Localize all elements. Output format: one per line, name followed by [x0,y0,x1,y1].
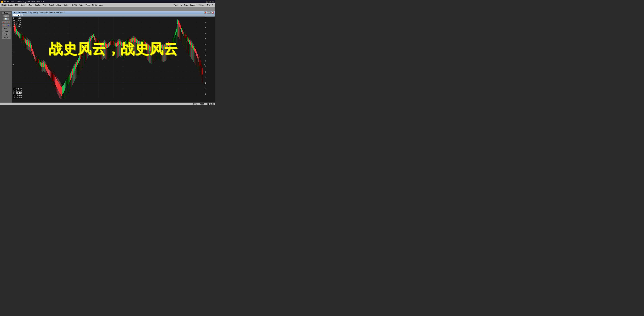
support-button[interactable]: Support [189,4,197,7]
toolbar-arrow-left[interactable]: ◄ [0,8,2,10]
menu-more[interactable]: More [98,4,104,7]
chart-min-button[interactable]: _ [206,12,209,14]
menu-quote[interactable]: Quote [7,4,14,7]
svg-rect-147 [80,54,81,59]
menu-news[interactable]: News [78,4,84,7]
arrow-up-icon[interactable]: ▲ [2,21,6,24]
scroll-up-icon[interactable]: ▲ [204,51,206,53]
svg-rect-170 [92,35,93,38]
window-button[interactable]: Window [198,4,206,7]
svg-text:94.000: 94.000 [205,71,206,73]
price-low: L= 92.110 [13,22,21,24]
menu-ordtkt[interactable]: OrdTkt [70,4,78,7]
chart-max-button[interactable]: □ [209,12,211,14]
svg-rect-322 [170,44,171,48]
page-nav-right[interactable]: ► [181,4,182,6]
svg-rect-312 [165,45,166,48]
svg-rect-145 [80,56,80,61]
menu-alert[interactable]: Alert [42,4,48,7]
svg-rect-189 [102,44,103,48]
svg-rect-218 [117,42,118,46]
chart-pin-icon[interactable]: 📌 [204,12,206,14]
plus-blue-icon[interactable]: ✚ [6,24,10,27]
svg-rect-308 [163,46,164,50]
svg-rect-195 [105,43,106,47]
svg-rect-203 [110,42,110,46]
svg-rect-362 [191,43,192,47]
selected-high: H= 93.115 [14,92,22,94]
svg-rect-39 [25,39,26,43]
svg-rect-47 [29,43,30,47]
status-time: 11:45:56 [207,103,214,105]
svg-rect-299 [159,43,160,47]
plus-red-icon[interactable]: ✚ [2,24,6,27]
svg-rect-143 [78,58,79,63]
close-button[interactable]: ✕ [212,1,214,3]
help-button[interactable]: ? [211,4,214,7]
svg-rect-327 [173,38,174,42]
maximize-button[interactable]: □ [209,1,211,3]
svg-rect-383 [202,68,202,74]
status-num: NUM [193,103,197,105]
menu-chart[interactable]: Chart [0,4,7,7]
list-button[interactable]: <list> [2,36,11,39]
svg-text:96.000: 96.000 [205,60,206,62]
menu-options[interactable]: Options [62,4,70,7]
chart-icon[interactable]: 📊 [3,18,9,21]
toolbar-arrow-right[interactable]: ► [2,8,4,10]
rescl-button[interactable]: ReScl [2,27,11,30]
studies-button[interactable]: Studies [2,30,11,33]
svg-text:92.000: 92.000 [205,82,206,84]
svg-rect-354 [187,37,188,41]
chart-tab-dxe-w[interactable]: DXE.W [13,14,20,16]
menu-allcon[interactable]: AllCon [55,4,62,7]
left-scroll-up-icon[interactable]: ▲ [12,51,14,53]
svg-rect-31 [20,34,21,39]
intd-button[interactable]: <IntD> [2,33,11,36]
svg-text:101.000: 101.000 [205,33,206,34]
svg-text:100.000: 100.000 [205,38,206,40]
svg-rect-329 [174,35,174,38]
menu-bar: Chart Quote T&S Status MScan SupSrv Aler… [0,3,215,7]
svg-rect-122 [68,77,68,84]
menu-status[interactable]: Status [20,4,26,7]
svg-rect-325 [172,42,172,46]
page-button[interactable]: Page [172,4,178,7]
svg-rect-228 [122,43,123,46]
svg-rect-339 [179,23,180,27]
svg-rect-49 [30,43,31,48]
scroll-down-icon[interactable]: ▼ [204,64,206,66]
title-left: ⚡ 11:45:55 P002 174856 - CQG Integrated … [1,1,44,3]
menu-ts[interactable]: T&S [14,4,19,7]
menu-supsrv[interactable]: SupSrv [34,4,42,7]
svg-rect-61 [36,58,37,62]
minimize-button[interactable]: _ [206,1,208,3]
page-nav-left[interactable]: ◄ [179,4,180,6]
arrow-down-icon[interactable]: ▼ [6,21,10,24]
print-icon[interactable]: 🖨 [3,15,9,18]
svg-rect-84 [48,69,49,75]
svg-rect-53 [32,49,33,54]
chart-close-button[interactable]: ✕ [212,12,214,14]
chart-tab-add[interactable]: + [20,14,24,16]
exit-button[interactable]: Exit [206,4,211,7]
chart-svg-area[interactable]: O= 92.820 H= 92.820 L= 92.110 C= 92.295 … [12,17,215,102]
svg-rect-120 [66,79,67,86]
setup-button[interactable]: Setup [2,12,11,15]
svg-rect-164 [89,39,90,43]
menu-mscan[interactable]: MScan [26,4,34,7]
menu-rfqs[interactable]: RFQs [91,4,98,7]
left-scroll-down-icon[interactable]: ▼ [12,64,14,66]
menu-trade[interactable]: Trade [84,4,91,7]
svg-text:99.000: 99.000 [205,44,206,45]
svg-text:98.000: 98.000 [205,49,206,51]
svg-rect-331 [175,32,176,35]
svg-rect-301 [160,44,160,48]
price-high: H= 92.820 [13,19,21,22]
svg-rect-162 [88,41,89,44]
svg-text:95.000: 95.000 [205,66,206,67]
svg-rect-199 [107,44,108,48]
menu-snapq[interactable]: SnapQ [48,4,55,7]
svg-rect-366 [193,46,194,50]
save-button[interactable]: Save [183,4,189,7]
